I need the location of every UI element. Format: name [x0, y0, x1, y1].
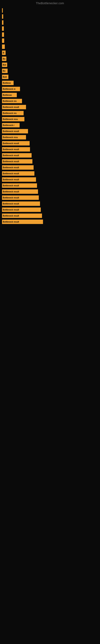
bar-label-11: Bo	[3, 70, 5, 72]
bar-16: Bottleneck res	[2, 99, 22, 103]
bar-label-19: Bottleneck resu	[3, 118, 18, 120]
bar-1	[2, 8, 3, 13]
bar-34: Bottleneck result	[2, 208, 41, 212]
bar-label-22: Bottleneck resu	[3, 136, 18, 138]
bar-7	[2, 44, 5, 49]
bar-label-28: Bottleneck result	[3, 172, 19, 175]
bar-row: Bottleneck res	[2, 98, 96, 104]
bar-20: Bottleneck r	[2, 123, 20, 128]
bar-label-17: Bottleneck result	[3, 106, 19, 108]
bar-label-18: Bottleneck res	[3, 112, 17, 114]
bar-18: Bottleneck res	[2, 111, 24, 115]
bar-32: Bottleneck result	[2, 196, 39, 200]
bar-row: Bottleneck result	[2, 207, 96, 212]
bar-label-27: Bottleneck result	[3, 166, 19, 169]
bar-17: Bottleneck result	[2, 105, 26, 109]
bar-label-15: Bottlenec	[3, 94, 12, 96]
bar-label-32: Bottleneck result	[3, 196, 19, 199]
bar-31: Bottleneck result	[2, 190, 38, 194]
bar-row: Bottleneck result	[2, 183, 96, 188]
bar-row: Bottleneck result	[2, 128, 96, 134]
bar-row: Bottleneck re	[2, 86, 96, 92]
bar-label-13: Bottlene	[3, 82, 11, 84]
bar-row: Bot	[2, 62, 96, 68]
bar-26: Bottleneck result	[2, 159, 32, 164]
bar-23: Bottleneck result	[2, 141, 30, 146]
bars-container: BBoBotBoBottBottleneBottleneck reBottlen…	[0, 6, 100, 227]
bar-row: Bottleneck result	[2, 171, 96, 176]
bar-15: Bottlenec	[2, 93, 17, 97]
bar-25: Bottleneck result	[2, 153, 32, 158]
bar-label-33: Bottleneck result	[3, 203, 19, 205]
bar-6	[2, 38, 4, 43]
bar-row: Bottleneck resu	[2, 116, 96, 122]
bar-27: Bottleneck result	[2, 165, 34, 170]
bar-row: B	[2, 50, 96, 56]
bar-30: Bottleneck result	[2, 183, 37, 188]
site-title: TheBottlenecker.com	[0, 0, 100, 6]
bar-row: Bott	[2, 74, 96, 80]
bar-35: Bottleneck result	[2, 214, 42, 218]
bar-label-8: B	[3, 52, 4, 54]
bar-row: Bottleneck result	[2, 164, 96, 170]
bar-28: Bottleneck result	[2, 171, 34, 176]
bar-label-16: Bottleneck res	[3, 100, 17, 102]
bar-14: Bottleneck re	[2, 87, 20, 91]
bar-24: Bottleneck result	[2, 147, 30, 152]
bar-4	[2, 26, 4, 31]
bar-row: Bo	[2, 56, 96, 62]
bar-33: Bottleneck result	[2, 202, 40, 206]
bar-row: Bottleneck result	[2, 152, 96, 158]
bar-5	[2, 32, 4, 37]
bar-row	[2, 32, 96, 38]
bar-row: Bottlenec	[2, 92, 96, 98]
bar-row: Bottleneck result	[2, 213, 96, 218]
bar-label-30: Bottleneck result	[3, 184, 19, 187]
bar-label-31: Bottleneck result	[3, 190, 19, 193]
bar-36: Bottleneck result	[2, 220, 43, 224]
bar-row: Bottleneck result	[2, 219, 96, 224]
bar-label-34: Bottleneck result	[3, 209, 19, 211]
bar-row: Bottleneck result	[2, 158, 96, 164]
bar-row: Bottleneck r	[2, 122, 96, 128]
bar-22: Bottleneck resu	[2, 135, 26, 140]
bar-label-29: Bottleneck result	[3, 178, 19, 181]
bar-label-24: Bottleneck result	[3, 148, 19, 150]
bar-label-21: Bottleneck result	[3, 130, 19, 132]
bar-row	[2, 38, 96, 44]
bar-12: Bott	[2, 75, 8, 79]
bar-row: Bottleneck result	[2, 146, 96, 152]
bar-row: Bottleneck result	[2, 195, 96, 200]
bar-29: Bottleneck result	[2, 177, 36, 182]
bar-row	[2, 20, 96, 25]
bar-19: Bottleneck resu	[2, 117, 24, 121]
bar-row	[2, 8, 96, 13]
bar-label-25: Bottleneck result	[3, 154, 19, 156]
bar-row: Bottleneck result	[2, 189, 96, 194]
bar-row: Bottleneck result	[2, 177, 96, 182]
bar-3	[2, 20, 3, 25]
bar-row	[2, 14, 96, 19]
bar-label-35: Bottleneck result	[3, 215, 19, 217]
bar-2	[2, 14, 3, 19]
bar-label-23: Bottleneck result	[3, 142, 19, 144]
bar-row: Bottlene	[2, 80, 96, 86]
bar-label-26: Bottleneck result	[3, 160, 19, 162]
bar-8: B	[2, 50, 6, 55]
bar-row: Bottleneck res	[2, 110, 96, 116]
bar-label-36: Bottleneck result	[3, 221, 19, 223]
bar-label-12: Bott	[3, 76, 7, 78]
bar-row: Bottleneck result	[2, 104, 96, 110]
bar-10: Bot	[2, 62, 7, 67]
bar-13: Bottlene	[2, 81, 14, 85]
bar-label-20: Bottleneck r	[3, 124, 14, 126]
bar-label-9: Bo	[3, 58, 5, 60]
bar-21: Bottleneck result	[2, 129, 28, 134]
bar-label-10: Bot	[3, 64, 6, 66]
bar-label-14: Bottleneck re	[3, 88, 15, 90]
bar-9: Bo	[2, 56, 6, 61]
bar-row: Bottleneck resu	[2, 134, 96, 140]
bar-row: Bottleneck result	[2, 201, 96, 206]
bar-row: Bottleneck result	[2, 140, 96, 146]
bar-row: Bo	[2, 68, 96, 74]
